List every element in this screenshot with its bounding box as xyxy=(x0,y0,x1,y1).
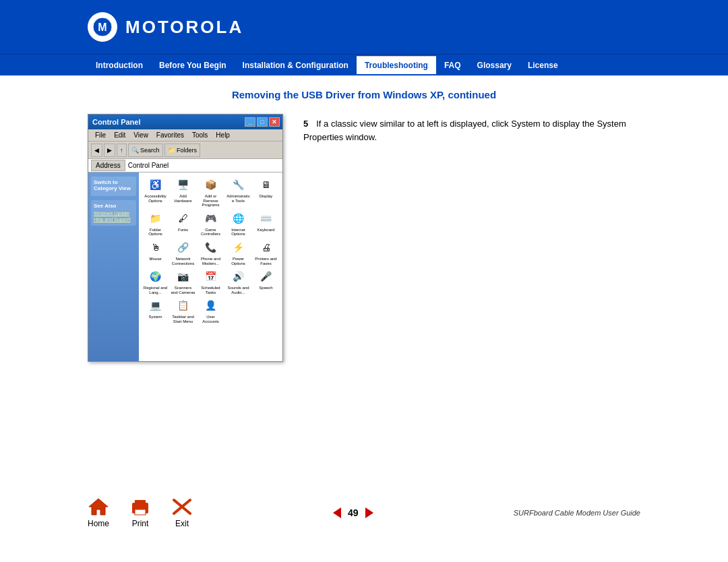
motorola-text: MOTOROLA xyxy=(125,17,243,38)
nav-faq[interactable]: FAQ xyxy=(436,57,469,74)
icons-grid: ♿ Accessibility Options 🖥️ Add Hardware … xyxy=(143,177,278,324)
network-icon: 🔗 xyxy=(175,239,191,255)
win-sidebar: Switch to Category View See Also Windows… xyxy=(88,173,139,361)
exit-icon xyxy=(171,497,193,516)
icon-network[interactable]: 🔗 Network Connections xyxy=(171,239,195,266)
icon-scheduled-tasks[interactable]: 📅 Scheduled Tasks xyxy=(198,268,223,294)
icon-accessibility[interactable]: ♿ Accessibility Options xyxy=(143,177,168,208)
home-button[interactable]: Home xyxy=(88,497,109,528)
footer-left: Home Print Exit xyxy=(88,497,193,528)
menu-favorites[interactable]: Favorites xyxy=(152,131,188,139)
fonts-icon: 🖋 xyxy=(175,210,191,226)
next-page-arrow[interactable] xyxy=(365,507,373,518)
sidebar-help[interactable]: Help and Support xyxy=(94,217,133,222)
speech-icon: 🎤 xyxy=(258,268,274,284)
win-titlebar: Control Panel _ □ ✕ xyxy=(88,115,282,129)
address-value[interactable]: Control Panel xyxy=(128,162,169,169)
icon-printers[interactable]: 🖨 Printers and Faxes xyxy=(253,239,278,266)
nav-glossary[interactable]: Glossary xyxy=(469,57,520,74)
print-button[interactable]: Print xyxy=(129,497,151,528)
icon-fonts[interactable]: 🖋 Fonts xyxy=(171,210,195,237)
icon-game-controllers[interactable]: 🎮 Game Controllers xyxy=(198,210,223,237)
system-icon: 💻 xyxy=(148,297,164,313)
icon-system[interactable]: 💻 System xyxy=(143,297,168,323)
icon-phone-modem[interactable]: 📞 Phone and Modem... xyxy=(198,239,223,266)
icon-regional[interactable]: 🌍 Regional and Lang... xyxy=(143,268,168,294)
win-controls: _ □ ✕ xyxy=(245,117,280,127)
nav-troubleshooting[interactable]: Troubleshooting xyxy=(357,56,436,74)
icon-speech[interactable]: 🎤 Speech xyxy=(253,268,278,294)
nav-installation[interactable]: Installation & Configuration xyxy=(235,57,357,74)
toolbar-up[interactable]: ↑ xyxy=(117,144,127,157)
icon-admin-tools[interactable]: 🔧 Administrative Tools xyxy=(226,177,251,208)
win-body: Switch to Category View See Also Windows… xyxy=(88,173,282,361)
icon-add-remove[interactable]: 📦 Add or Remove Programs xyxy=(198,177,223,208)
footer-center: 49 xyxy=(193,507,514,518)
address-label: Address xyxy=(91,160,125,171)
nav-license[interactable]: License xyxy=(520,57,566,74)
icon-taskbar[interactable]: 📋 Taskbar and Start Menu xyxy=(171,297,195,323)
menu-tools[interactable]: Tools xyxy=(188,131,212,139)
icon-keyboard[interactable]: ⌨️ Keyboard xyxy=(253,210,278,237)
folder-options-icon: 📁 xyxy=(148,210,164,226)
icon-scanners[interactable]: 📷 Scanners and Cameras xyxy=(171,268,195,294)
main-content: Removing the USB Driver from Windows XP,… xyxy=(0,75,728,375)
menu-edit[interactable]: Edit xyxy=(110,131,129,139)
icon-power[interactable]: ⚡ Power Options xyxy=(226,239,251,266)
prev-page-arrow[interactable] xyxy=(333,507,341,518)
menu-view[interactable]: View xyxy=(129,131,152,139)
icon-display[interactable]: 🖥 Display xyxy=(253,177,278,208)
nav-introduction[interactable]: Introduction xyxy=(88,57,151,74)
exit-button[interactable]: Exit xyxy=(171,497,193,528)
sidebar-windows-update[interactable]: Windows Update xyxy=(94,211,133,216)
regional-icon: 🌍 xyxy=(148,268,164,284)
menu-file[interactable]: File xyxy=(91,131,110,139)
content-area: Control Panel _ □ ✕ File Edit View Favor… xyxy=(88,114,640,362)
win-icons-area: ♿ Accessibility Options 🖥️ Add Hardware … xyxy=(139,173,282,361)
scanners-icon: 📷 xyxy=(175,268,191,284)
win-minimize[interactable]: _ xyxy=(245,117,255,127)
home-icon xyxy=(88,497,109,516)
icon-folder-options[interactable]: 📁 Folder Options xyxy=(143,210,168,237)
print-label: Print xyxy=(132,519,149,528)
screenshot-container: Control Panel _ □ ✕ File Edit View Favor… xyxy=(88,114,283,362)
motorola-badge: M xyxy=(88,12,117,42)
exit-label: Exit xyxy=(175,519,189,528)
icon-user-accounts[interactable]: 👤 User Accounts xyxy=(198,297,223,323)
win-title-text: Control Panel xyxy=(92,118,141,126)
icon-mouse[interactable]: 🖱 Mouse xyxy=(143,239,168,266)
add-hardware-icon: 🖥️ xyxy=(175,177,191,193)
win-menubar: File Edit View Favorites Tools Help xyxy=(88,129,282,142)
icon-internet-options[interactable]: 🌐 Internet Options xyxy=(226,210,251,237)
sidebar-section-links: See Also Windows Update Help and Support xyxy=(91,200,136,226)
add-remove-icon: 📦 xyxy=(203,177,219,193)
toolbar-folders[interactable]: 📁 Folders xyxy=(164,144,201,157)
keyboard-icon: ⌨️ xyxy=(258,210,274,226)
win-address-bar: Address Control Panel xyxy=(88,159,282,173)
power-icon: ⚡ xyxy=(231,239,247,255)
mouse-icon: 🖱 xyxy=(148,239,164,255)
nav-before-you-begin[interactable]: Before You Begin xyxy=(151,57,235,74)
taskbar-icon: 📋 xyxy=(175,297,191,313)
printers-icon: 🖨 xyxy=(258,239,274,255)
display-icon: 🖥 xyxy=(258,177,274,193)
motorola-logo: M MOTOROLA xyxy=(88,12,243,42)
internet-options-icon: 🌐 xyxy=(231,210,247,226)
accessibility-icon: ♿ xyxy=(148,177,164,193)
menu-help[interactable]: Help xyxy=(212,131,234,139)
text-content: 5 If a classic view similar to at left i… xyxy=(303,114,640,144)
win-maximize[interactable]: □ xyxy=(257,117,268,127)
step-text: If a classic view similar to at left is … xyxy=(303,119,626,142)
win-close[interactable]: ✕ xyxy=(269,117,280,127)
icon-add-hardware[interactable]: 🖥️ Add Hardware xyxy=(171,177,195,208)
footer-guide-text: SURFboard Cable Modem User Guide xyxy=(514,509,640,517)
navbar: Introduction Before You Begin Installati… xyxy=(0,54,728,75)
win-toolbar: ◀ ▶ ↑ 🔍 Search 📁 Folders xyxy=(88,142,282,159)
icon-sounds[interactable]: 🔊 Sounds and Audio... xyxy=(226,268,251,294)
toolbar-back[interactable]: ◀ xyxy=(91,144,102,157)
print-icon xyxy=(129,497,151,516)
toolbar-forward[interactable]: ▶ xyxy=(104,144,115,157)
toolbar-search[interactable]: 🔍 Search xyxy=(128,144,163,157)
home-label: Home xyxy=(88,519,109,528)
scheduled-tasks-icon: 📅 xyxy=(203,268,219,284)
